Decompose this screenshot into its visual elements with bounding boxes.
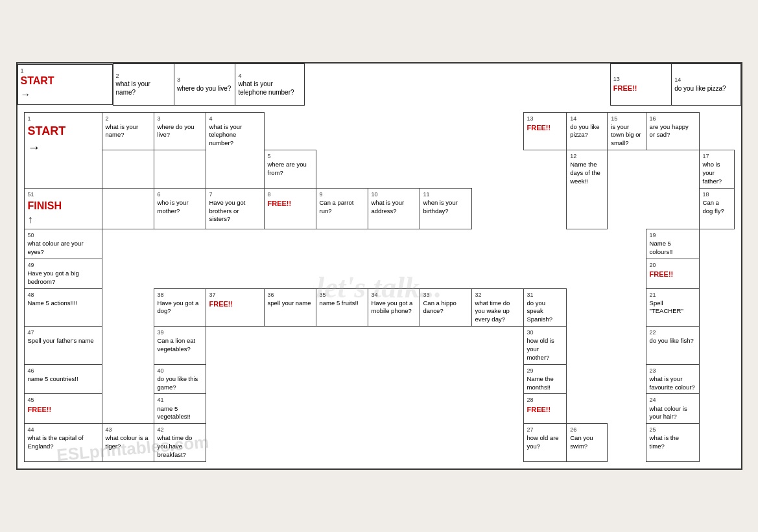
cell-empty [304, 64, 365, 105]
cell-text: Spell "TEACHER" [650, 299, 683, 315]
empty-cell [102, 288, 154, 327]
cell-number: 8 [268, 191, 313, 198]
empty-border-right [646, 150, 699, 189]
cell-text: what is the time? [650, 434, 679, 450]
empty-cell [102, 229, 154, 259]
cell-37: 37 FREE!! [206, 288, 264, 327]
cell-text: FREE!! [209, 300, 233, 308]
cell-number: 19 [650, 231, 696, 239]
empty-cell [471, 364, 523, 394]
cell-41: 41 name 5 vegetables!! [154, 394, 206, 424]
board-wrapper: let's talk... 1 START → 2 what is your n… [18, 106, 741, 468]
empty-cell [264, 229, 316, 259]
cell-text: who is your mother? [158, 199, 189, 214]
cell-number: 51 [28, 191, 99, 198]
empty-cell [420, 394, 471, 424]
cell-text: Name 5 actions!!!! [28, 299, 78, 306]
cell-number: 4 [209, 115, 261, 122]
cell-24: 24 what colour is your hair? [646, 394, 699, 424]
empty-cell [523, 259, 567, 288]
cell-num: 3 [177, 76, 232, 84]
cell-number: 28 [527, 396, 563, 404]
cell-50: 50 what colour are your eyes? [24, 229, 102, 259]
row-5: 49 Have you got a big bedroom? 20 FREE!! [24, 259, 734, 288]
empty-cell [206, 394, 264, 424]
empty-cell [102, 364, 154, 394]
empty-cell [316, 394, 368, 424]
row-2: 5 where are you from? 12 Name the days o… [24, 150, 734, 189]
cell-empty [366, 64, 427, 105]
cell-number: 10 [372, 191, 416, 198]
cell-38: 38 Have you got a dog? [154, 288, 206, 327]
empty-cell [316, 112, 368, 150]
cell-empty [427, 64, 488, 105]
cell-num: 14 [674, 76, 737, 84]
empty-cell [264, 327, 316, 365]
cell-2: 2 what is your name? [102, 112, 154, 150]
cell-text: do you like fish? [650, 337, 694, 344]
cell-text: Name the days of the week!! [570, 161, 600, 185]
empty-cell [608, 327, 646, 365]
cell-17: 17 who is your father? [699, 150, 734, 189]
empty-cell [316, 364, 368, 394]
empty-cell [608, 364, 646, 394]
empty-cell [316, 424, 368, 462]
empty-cell [567, 288, 608, 327]
empty-cell [206, 424, 264, 462]
cell-number: 39 [158, 329, 202, 336]
empty-cell [264, 424, 316, 462]
cell-number: 47 [28, 329, 99, 336]
empty-cell [316, 259, 368, 288]
cell-2: 2 what is your name? [113, 64, 174, 105]
cell-33: 33 Can a hippo dance? [420, 288, 471, 327]
cell-text: what time do you have breakfast? [158, 434, 193, 458]
cell-text: FREE!! [650, 270, 674, 278]
cell-43: 43 what colour is a tiger? [102, 424, 154, 462]
empty-cell [567, 394, 608, 424]
cell-5: 5 where are you from? [264, 150, 316, 189]
empty-cell [206, 229, 264, 259]
cell-13: 13 FREE!! [610, 64, 671, 105]
board-table: 1 START → 2 what is your name? 3 where d… [18, 64, 741, 105]
cell-text: what is your address? [372, 199, 405, 214]
cell-27: 27 how old are you? [523, 424, 567, 462]
empty-cell [420, 150, 471, 189]
cell-text: Have you got a mobile phone? [372, 299, 413, 315]
game-board: 1 START → 2 what is your name? 3 where d… [24, 112, 735, 462]
cell-number: 48 [28, 291, 99, 299]
empty-cell [154, 229, 206, 259]
cell-23: 23 what is your favourite colour? [646, 364, 699, 394]
cell-number: 22 [650, 329, 696, 336]
empty-cell [567, 327, 608, 365]
cell-text: Can a parrot run? [320, 199, 354, 214]
cell-4: 4 what is your telephone number? [206, 112, 264, 188]
cell-number: 36 [268, 291, 313, 299]
empty-cell [368, 150, 420, 189]
cell-42: 42 what time do you have breakfast? [154, 424, 206, 462]
cell-19: 19 Name 5 colours!! [646, 229, 699, 259]
cell-text: START [21, 75, 54, 88]
cell-number: 32 [475, 291, 520, 299]
cell-number: 35 [320, 291, 364, 299]
cell-number: 30 [527, 329, 563, 336]
cell-number: 46 [28, 367, 99, 375]
empty-cell [608, 394, 646, 424]
empty-cell [608, 424, 646, 462]
empty-border [154, 150, 206, 189]
cell-text: what is your telephone number? [238, 80, 294, 96]
start-label: START [28, 123, 99, 139]
cell-number: 12 [570, 152, 604, 160]
empty-cell [523, 229, 567, 259]
empty-cell [102, 327, 154, 365]
cell-num: 1 [21, 67, 24, 75]
cell-number: 27 [527, 426, 563, 434]
cell-number: 3 [158, 115, 202, 122]
cell-text: what colour is a tiger? [106, 434, 148, 450]
cell-text: Name 5 colours!! [650, 240, 673, 255]
empty-cell [368, 424, 420, 462]
empty-cell [368, 394, 420, 424]
cell-13: 13 FREE!! [523, 112, 567, 150]
cell-14: 14 do you like pizza? [672, 64, 740, 105]
empty-border-right [608, 150, 646, 189]
cell-7: 7 Have you got brothers or sisters? [206, 188, 264, 229]
